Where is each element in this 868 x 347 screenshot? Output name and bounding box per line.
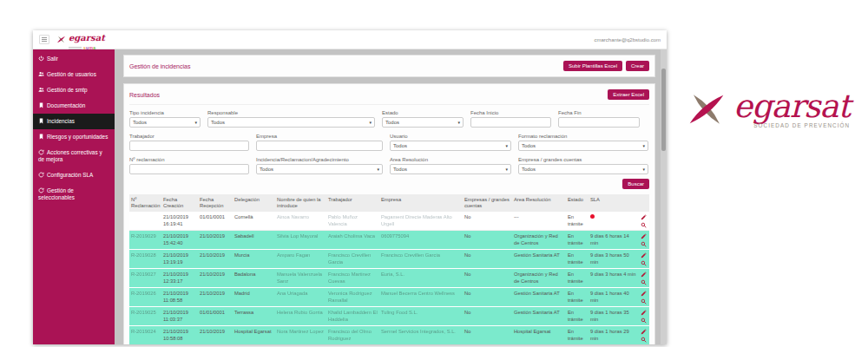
scrollbar[interactable] xyxy=(661,49,667,344)
filter-select-tipo-incidencia[interactable]: Todos▾ xyxy=(129,117,201,128)
cell-reclamacion-id: R-2019024 xyxy=(129,326,161,344)
search-icon[interactable] xyxy=(641,241,647,247)
cell-text: R-2019025 xyxy=(131,310,160,317)
user-email[interactable]: cmarchante@q2bstudio.com xyxy=(595,37,661,43)
create-button[interactable]: Crear xyxy=(626,61,649,71)
cell-area-resolucion: Gestión Sanitaria AT xyxy=(512,250,566,269)
search-icon[interactable] xyxy=(641,298,647,304)
cell-actions xyxy=(639,212,649,231)
cell-fecha-recepcion: 21/10/2019 xyxy=(198,269,233,288)
filter-select-usuario[interactable]: Todos▾ xyxy=(390,141,511,151)
cell-text: En trámite xyxy=(568,310,587,323)
search-button[interactable]: Buscar xyxy=(622,179,649,189)
cell-text: En trámite xyxy=(568,329,587,342)
column-header-fecha-creacion: Fecha Creación xyxy=(161,194,198,212)
filter-input-empresa[interactable] xyxy=(256,141,383,151)
cell-text: 11:03:37 xyxy=(163,317,196,324)
search-icon[interactable] xyxy=(641,318,647,324)
extract-excel-button[interactable]: Extraer Excel xyxy=(608,89,649,100)
filter-select-area-resolucion[interactable]: Todos▾ xyxy=(390,164,511,174)
filter-input-fecha-fin[interactable] xyxy=(558,117,640,128)
sidebar-item-gestion-de-smtp[interactable]: Gestión de smtp xyxy=(33,82,115,98)
users-icon xyxy=(38,87,44,93)
filter-select-responsable[interactable]: Todos▾ xyxy=(207,117,375,128)
cell-estado: En trámite xyxy=(566,231,589,250)
filter-label: Nº reclamación xyxy=(129,157,249,162)
edit-icon[interactable] xyxy=(641,272,647,278)
cell-estado: En trámite xyxy=(566,307,589,326)
search-icon[interactable] xyxy=(641,222,647,228)
filter-label: Area Resolución xyxy=(390,157,511,162)
filter-select-estado[interactable]: Todos▾ xyxy=(382,117,464,128)
cell-delegacion: Hospital Egarsat xyxy=(233,326,275,344)
column-header-fecha-recepcion: Fecha Recepción xyxy=(198,194,233,212)
filter-field-estado: EstadoTodos▾ xyxy=(382,108,464,128)
logo-wordmark: egarsat xyxy=(733,90,850,122)
cell-fecha-creacion: 21/10/201916:19:41 xyxy=(161,212,198,231)
search-icon[interactable] xyxy=(641,279,647,285)
filters-panel: Tipo incidenciaTodos▾ResponsableTodos▾Es… xyxy=(129,108,649,174)
cell-empresa: 0609775094 xyxy=(379,231,463,250)
sidebar-item-gestion-de-seleccionables[interactable]: Gestión de seleccionables xyxy=(33,183,115,206)
cell-introducer: Helena Rubio Gorria xyxy=(275,307,326,326)
edit-icon[interactable] xyxy=(641,252,647,259)
cell-actions xyxy=(639,326,649,344)
bookmark-icon xyxy=(38,102,44,108)
sidebar: SalirGestión de usuariosGestión de smtpD… xyxy=(33,49,115,344)
egarsat-logo-large: egarsat SOCIEDAD DE PREVENCIÓN xyxy=(682,85,850,134)
cell-area-resolucion: Organización y Red de Centros xyxy=(512,269,566,288)
cell-reclamacion-id: R-2019028 xyxy=(129,250,161,269)
filter-input-trabajador[interactable] xyxy=(129,141,249,151)
cell-text: R-2019028 xyxy=(131,252,160,259)
sidebar-item-acciones-correctivas-y-de-mejora[interactable]: Acciones correctivas y de mejora xyxy=(33,145,115,167)
cell-estado: En trámite xyxy=(566,326,589,344)
sla-text: 9 días 1 horas 29 min xyxy=(590,329,629,341)
cell-text: 21/10/2019 xyxy=(200,329,231,336)
chevron-down-icon: ▾ xyxy=(457,120,460,125)
filter-input-fecha-inicio[interactable] xyxy=(470,117,551,128)
filter-field-fecha-fin: Fecha Fin xyxy=(558,108,640,128)
sidebar-item-riesgos-y-oportunidades[interactable]: Riesgos y oportunidades xyxy=(33,129,115,145)
cell-text: R-2019026 xyxy=(131,291,160,298)
cell-text: En trámite xyxy=(568,233,587,246)
search-icon[interactable] xyxy=(641,260,647,266)
sla-text: 9 días 1 horas 35 min xyxy=(590,310,629,322)
sidebar-item-gestion-de-usuarios[interactable]: Gestión de usuarios xyxy=(33,67,115,82)
cell-sla: 9 días 3 horas 4 min xyxy=(589,269,639,288)
sidebar-item-documentacion[interactable]: Documentación xyxy=(33,98,115,114)
table-row: R-201902721/10/201912:33:1721/10/2019Bad… xyxy=(129,269,649,288)
sidebar-item-salir[interactable]: Salir xyxy=(33,51,115,67)
filter-select-incidencia-reclamacion-agradecimiento[interactable]: Todos▾ xyxy=(256,164,383,174)
filter-select-empresa-grandes-cuentas[interactable]: Todos▾ xyxy=(518,164,648,174)
cell-sla: 9 días 1 horas 40 min xyxy=(589,288,639,307)
power-icon xyxy=(38,56,44,62)
sidebar-item-configuracion-sla[interactable]: Configuración SLA xyxy=(33,167,115,183)
edit-icon[interactable] xyxy=(641,310,647,316)
filter-field-empresa: Empresa xyxy=(256,132,383,151)
filter-select-formato-reclamacion[interactable]: Todos▾ xyxy=(518,141,648,151)
filter-input-n-reclamacion[interactable] xyxy=(129,164,249,174)
search-icon[interactable] xyxy=(641,337,647,343)
cell-text: 21/10/2019 xyxy=(200,233,231,240)
cell-actions xyxy=(639,231,649,250)
cell-text: Gestión Sanitaria AT xyxy=(514,310,564,317)
sidebar-item-incidencias[interactable]: Incidencias xyxy=(33,114,115,129)
column-header-sla: SLA xyxy=(589,194,639,212)
edit-icon[interactable] xyxy=(641,233,647,239)
cell-trabajador: Veronica Rodriguez Ramallal xyxy=(326,288,379,307)
cell-fecha-creacion: 21/10/201911:08:58 xyxy=(161,288,198,307)
cell-text: Francisco del Olmo Rodriguez xyxy=(328,329,378,342)
filter-label: Fecha Inicio xyxy=(470,110,551,115)
cell-area-resolucion: Hospital Egarsat xyxy=(512,326,566,344)
table-row: R-201902621/10/201911:08:5821/10/2019Mad… xyxy=(129,288,649,307)
scrollbar-thumb[interactable] xyxy=(661,69,666,151)
cell-grandes-cuentas: No xyxy=(463,231,512,250)
menu-icon[interactable] xyxy=(39,35,49,44)
filter-label: Responsable xyxy=(207,110,375,115)
edit-icon[interactable] xyxy=(641,291,647,297)
edit-icon[interactable] xyxy=(641,214,647,220)
upload-templates-button[interactable]: Subir Plantillas Excel xyxy=(563,61,622,71)
edit-icon[interactable] xyxy=(641,329,647,335)
cell-text: 10:58:08 xyxy=(163,336,196,343)
cell-text: Araiah Cholima Vaca xyxy=(328,233,378,240)
